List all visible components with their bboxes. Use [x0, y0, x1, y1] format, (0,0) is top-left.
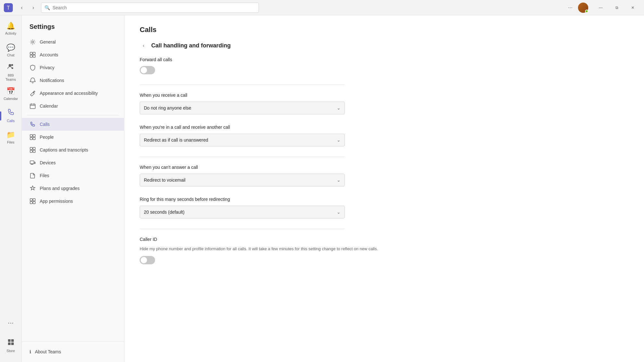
settings-divider-1 [27, 115, 119, 115]
when-receive-call-value: Do not ring anyone else [144, 105, 191, 111]
caller-id-toggle[interactable] [140, 256, 155, 264]
svg-rect-17 [33, 137, 35, 140]
svg-rect-7 [11, 342, 14, 345]
sidebar-item-calls[interactable]: Calls [3, 105, 19, 127]
ring-seconds-label: Ring for this many seconds before redire… [140, 197, 629, 202]
settings-title: Settings [22, 23, 124, 36]
plans-icon [29, 185, 36, 192]
svg-rect-21 [33, 150, 35, 152]
settings-nav-devices[interactable]: Devices [22, 156, 124, 169]
settings-nav-files[interactable]: Files [22, 169, 124, 182]
sidebar-label-store: Store [6, 349, 15, 353]
svg-rect-20 [30, 150, 32, 152]
settings-nav-calls[interactable]: Calls [22, 118, 124, 131]
settings-nav-label-notifications: Notifications [40, 78, 64, 83]
main-layout: 🔔 Activity 💬 Chat 889 Teams 📅 Calendar [0, 15, 644, 362]
settings-nav-label-calendar: Calendar [40, 103, 58, 109]
people-icon [29, 134, 36, 140]
settings-nav-notifications[interactable]: Notifications [22, 74, 124, 87]
settings-nav-captions[interactable]: Captions and transcripts [22, 144, 124, 156]
title-bar: T ‹ › 🔍 ··· — ⧉ ✕ [0, 0, 644, 15]
settings-nav-general[interactable]: General [22, 36, 124, 48]
when-in-call-dropdown[interactable]: Redirect as if call is unanswered ⌄ [140, 134, 345, 146]
when-in-call-label: When you're in a call and receive anothe… [140, 125, 629, 130]
close-button[interactable]: ✕ [625, 3, 640, 13]
settings-nav-label-calls: Calls [40, 122, 50, 127]
nav-buttons: ‹ › [17, 3, 38, 13]
chevron-down-icon: ⌄ [337, 105, 341, 111]
svg-text:T: T [7, 5, 10, 11]
accounts-icon [29, 52, 36, 58]
app-logo[interactable]: T [4, 3, 13, 12]
when-cant-answer-label: When you can't answer a call [140, 165, 629, 170]
settings-nav-people[interactable]: People [22, 131, 124, 144]
sidebar-label-teams: 889 Teams [3, 73, 19, 82]
user-avatar-container[interactable] [578, 3, 588, 13]
svg-rect-18 [30, 147, 32, 150]
calls-icon [7, 109, 14, 118]
sidebar-item-teams[interactable]: 889 Teams [3, 62, 19, 83]
when-in-call-value: Redirect as if call is unanswered [144, 137, 208, 143]
caller-id-description: Hide my phone number and profile informa… [140, 246, 629, 252]
about-teams-item[interactable]: ℹ About Teams [29, 347, 116, 357]
settings-nav-accounts[interactable]: Accounts [22, 48, 124, 61]
files-settings-icon [29, 172, 36, 179]
svg-rect-19 [33, 147, 35, 150]
maximize-button[interactable]: ⧉ [609, 3, 624, 13]
when-receive-call-group: When you receive a call Do not ring anyo… [140, 93, 629, 114]
nav-forward-button[interactable]: › [28, 3, 38, 13]
svg-point-2 [9, 64, 11, 67]
settings-nav-permissions[interactable]: App permissions [22, 195, 124, 208]
minimize-button[interactable]: — [593, 3, 608, 13]
svg-rect-10 [33, 52, 35, 54]
sidebar-item-more[interactable]: ··· [3, 312, 19, 334]
search-bar[interactable]: 🔍 [41, 3, 259, 13]
search-input[interactable] [53, 5, 255, 10]
sidebar-item-calendar[interactable]: 📅 Calendar [3, 83, 19, 105]
when-receive-call-dropdown[interactable]: Do not ring anyone else ⌄ [140, 102, 345, 114]
chevron-down-icon-3: ⌄ [337, 177, 341, 183]
forward-all-calls-group: Forward all calls [140, 57, 629, 74]
when-cant-answer-group: When you can't answer a call Redirect to… [140, 165, 629, 186]
svg-rect-15 [33, 135, 35, 137]
settings-sidebar: Settings General [22, 15, 124, 362]
sidebar-label-calls: Calls [7, 119, 14, 123]
ring-seconds-dropdown[interactable]: 20 seconds (default) ⌄ [140, 206, 345, 218]
when-cant-answer-dropdown[interactable]: Redirect to voicemail ⌄ [140, 174, 345, 186]
title-bar-right: ··· — ⧉ ✕ [565, 3, 640, 13]
sidebar-item-files[interactable]: 📁 Files [3, 127, 19, 149]
sidebar-item-activity[interactable]: 🔔 Activity [3, 18, 19, 40]
notifications-icon [29, 77, 36, 84]
svg-rect-9 [30, 52, 32, 54]
when-receive-call-label: When you receive a call [140, 93, 629, 98]
sidebar-item-chat[interactable]: 💬 Chat [3, 40, 19, 62]
devices-icon [29, 160, 36, 166]
nav-back-button[interactable]: ‹ [17, 3, 27, 13]
settings-nav-privacy[interactable]: Privacy [22, 61, 124, 74]
svg-rect-13 [30, 104, 35, 109]
chevron-down-icon-2: ⌄ [337, 137, 341, 143]
svg-rect-14 [30, 135, 32, 137]
sidebar-label-calendar: Calendar [4, 97, 18, 101]
section-collapse-button[interactable]: ‹ [140, 42, 147, 49]
forward-all-calls-label: Forward all calls [140, 57, 629, 62]
caller-id-group: Caller ID Hide my phone number and profi… [140, 237, 629, 264]
settings-nav-plans[interactable]: Plans and upgrades [22, 182, 124, 195]
page-title: Calls [140, 26, 629, 34]
sidebar-item-store[interactable]: Store [3, 335, 19, 357]
forward-all-calls-toggle[interactable] [140, 66, 155, 74]
activity-icon: 🔔 [6, 22, 15, 30]
sidebar-label-activity: Activity [5, 31, 16, 36]
settings-nav-appearance[interactable]: Appearance and accessibility [22, 87, 124, 100]
sidebar-label-files: Files [7, 140, 14, 144]
svg-rect-22 [30, 161, 34, 164]
svg-point-8 [32, 41, 34, 43]
divider-3 [140, 229, 345, 229]
settings-nav-calendar[interactable]: Calendar [22, 100, 124, 112]
settings-nav-label-devices: Devices [40, 160, 56, 165]
settings-nav-label-plans: Plans and upgrades [40, 186, 80, 191]
privacy-icon [29, 64, 36, 71]
when-cant-answer-value: Redirect to voicemail [144, 177, 186, 183]
more-options-button[interactable]: ··· [565, 3, 575, 13]
left-sidebar: 🔔 Activity 💬 Chat 889 Teams 📅 Calendar [0, 15, 22, 362]
